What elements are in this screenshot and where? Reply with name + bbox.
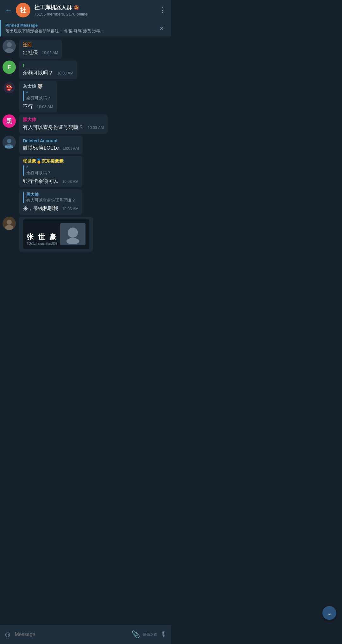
svg-point-14: [68, 228, 78, 238]
avatar: 👺: [3, 81, 16, 94]
svg-point-11: [7, 220, 12, 225]
message-time: 10:03 AM: [63, 146, 79, 151]
group-avatar: 社: [16, 3, 30, 17]
message-time: 10:03 AM: [62, 179, 78, 184]
svg-point-12: [5, 225, 13, 230]
message-bubble: 张世豪🏅京东搜豪豪 f 余额可以吗？ 银行卡余额可以 10:03 AM: [19, 156, 82, 187]
pinned-content: Pinned Message 若出现以下情形会被移除群组： 诈骗 辱骂 涉黄 涉…: [5, 23, 104, 34]
message-text: 微博5e换LOL1e 10:03 AM: [23, 145, 79, 151]
more-button[interactable]: ⋮: [159, 6, 166, 14]
message-bubble: 迁回 出社保 10:02 AM: [19, 40, 62, 59]
message-row: 张世豪🏅京东搜豪豪 f 余额可以吗？ 银行卡余额可以 10:03 AM: [3, 156, 168, 187]
avatar: F: [3, 61, 16, 74]
message-time: 10:03 AM: [87, 126, 104, 130]
pinned-close-button[interactable]: ✕: [157, 24, 167, 33]
svg-text:bocky: bocky: [5, 145, 13, 148]
sticker-face: [60, 223, 86, 245]
message-row: bocky Deleted Account 微博5e换LOL1e 10:03 A…: [3, 136, 168, 154]
avatar: [3, 217, 16, 230]
message-bubble: 灰太娘 🐺 f 余额可以吗？ 不行 10:03 AM: [19, 81, 57, 113]
message-time: 10:03 AM: [62, 207, 78, 211]
message-row: 迁回 出社保 10:02 AM: [3, 40, 168, 59]
message-time: 10:02 AM: [42, 51, 58, 55]
sticker-handle: TG@zhangshihao009: [27, 242, 58, 245]
message-row: 黑大帅 有人可以查身份证号码嘛？ 来，带钱私聊我 10:03 AM: [3, 189, 168, 215]
pinned-label: Pinned Message: [5, 23, 104, 28]
message-sender: 张世豪🏅京东搜豪豪: [23, 158, 79, 164]
message-sender: 灰太娘 🐺: [23, 84, 53, 89]
sticker-name: 张 世 豪: [27, 232, 58, 242]
message-sender: 黑大帅: [23, 117, 104, 123]
message-bubble: 黑大帅 有人可以查身份证号码嘛？ 10:03 AM: [19, 114, 108, 133]
svg-text:👺: 👺: [6, 84, 13, 91]
avatar: 黑: [3, 114, 16, 128]
reply-sender: 黑大帅: [26, 192, 79, 197]
message-text: 有人可以查身份证号码嘛？ 10:03 AM: [23, 124, 104, 131]
message-row: 张 世 豪 TG@zhangshihao009: [3, 217, 168, 252]
reply-sender: f: [26, 91, 53, 95]
message-text: 不行 10:03 AM: [23, 103, 53, 110]
reply-text: 余额可以吗？: [26, 170, 79, 176]
message-time: 10:03 AM: [57, 71, 73, 75]
header-info: 社工库机器人群 🔕 75155 members, 2176 online: [34, 4, 155, 16]
message-text: 来，带钱私聊我 10:03 AM: [23, 205, 79, 212]
message-bubble: f 余额可以吗？ 10:03 AM: [19, 61, 77, 79]
reply-quote: 黑大帅 有人可以查身份证号码嘛？: [23, 192, 79, 203]
svg-point-7: [7, 139, 11, 143]
reply-text: 余额可以吗？: [26, 95, 53, 101]
message-sender: f: [23, 63, 73, 68]
reply-text: 有人可以查身份证号码嘛？: [26, 197, 79, 203]
sticker-row: 张 世 豪 TG@zhangshihao009: [27, 223, 86, 245]
mute-icon: 🔕: [74, 5, 79, 10]
message-text: 银行卡余额可以 10:03 AM: [23, 178, 79, 185]
group-subtitle: 75155 members, 2176 online: [34, 12, 155, 16]
pinned-text: 若出现以下情形会被移除群组： 诈骗 辱骂 涉黄 涉毒...: [5, 28, 104, 34]
message-text: 余额可以吗？ 10:03 AM: [23, 69, 73, 76]
chat-header: ← 社 社工库机器人群 🔕 75155 members, 2176 online…: [0, 0, 171, 20]
chat-area: 迁回 出社保 10:02 AM F f 余额可以吗？ 10:03 AM 👺: [0, 37, 171, 276]
group-title: 社工库机器人群 🔕: [34, 4, 155, 11]
avatar: [3, 40, 16, 53]
reply-quote: f 余额可以吗？: [23, 91, 53, 101]
reply-sender: f: [26, 165, 79, 170]
message-sender: 迁回: [23, 42, 58, 48]
sticker-message: 张 世 豪 TG@zhangshihao009: [19, 217, 93, 252]
message-row: F f 余额可以吗？ 10:03 AM: [3, 61, 168, 79]
message-text: 出社保 10:02 AM: [23, 49, 58, 56]
back-button[interactable]: ←: [5, 6, 12, 14]
reply-quote: f 余额可以吗？: [23, 165, 79, 176]
message-bubble: Deleted Account 微博5e换LOL1e 10:03 AM: [19, 136, 83, 154]
pinned-message-bar[interactable]: Pinned Message 若出现以下情形会被移除群组： 诈骗 辱骂 涉黄 涉…: [0, 20, 171, 36]
sticker-inner: 张 世 豪 TG@zhangshihao009: [23, 219, 89, 249]
message-sender: Deleted Account: [23, 138, 79, 143]
message-row: 👺 灰太娘 🐺 f 余额可以吗？ 不行 10:03 AM: [3, 81, 168, 113]
avatar: bocky: [3, 136, 16, 149]
message-row: 黑 黑大帅 有人可以查身份证号码嘛？ 10:03 AM: [3, 114, 168, 133]
message-bubble: 黑大帅 有人可以查身份证号码嘛？ 来，带钱私聊我 10:03 AM: [19, 189, 82, 215]
message-time: 10:03 AM: [37, 105, 53, 109]
svg-point-1: [7, 42, 12, 47]
